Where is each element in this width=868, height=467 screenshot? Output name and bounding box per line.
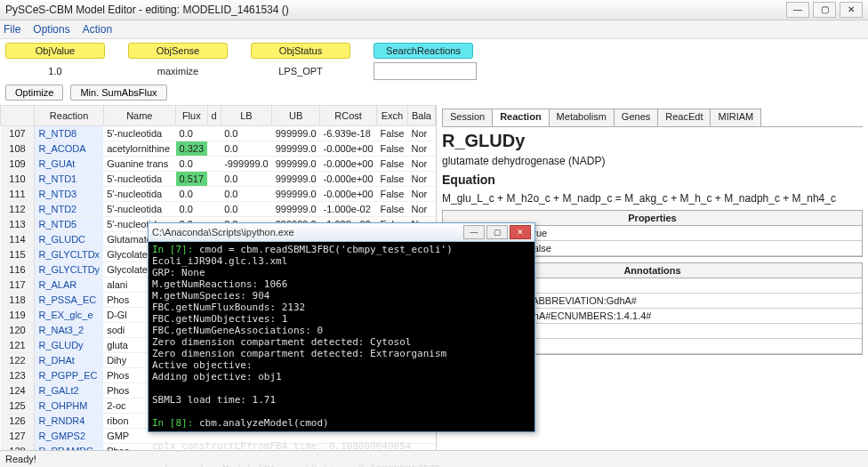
console-titlebar[interactable]: C:\Anaconda\Scripts\ipython.exe — ▢ ✕	[149, 223, 534, 242]
minimize-button[interactable]: —	[786, 2, 809, 18]
col-header[interactable]: d	[207, 106, 221, 126]
console-close-button[interactable]: ✕	[510, 225, 531, 239]
objvalue-value: 1.0	[5, 66, 105, 76]
console-minimize-button[interactable]: —	[463, 225, 485, 239]
objstatus-label: ObjStatus	[251, 43, 350, 59]
tab-miriam[interactable]: MIRIAM	[710, 109, 761, 126]
toolbar-values: 1.0 maximize LPS_OPT	[0, 62, 868, 80]
table-row[interactable]: 111R_NTD35'-nucleotida0.00.0999999.0-0.0…	[1, 187, 436, 202]
console-title: C:\Anaconda\Scripts\ipython.exe	[152, 227, 294, 238]
equation-heading: Equation	[442, 173, 863, 187]
status-text: Ready!	[5, 454, 36, 464]
col-header[interactable]: LB	[221, 106, 272, 126]
col-header[interactable]: Reaction	[35, 106, 103, 126]
menu-file[interactable]: File	[4, 23, 20, 36]
objstatus-value: LPS_OPT	[251, 66, 350, 76]
window-title: PySCeS-CBM Model Editor - editing: MODEL…	[5, 4, 289, 16]
console-maximize-button[interactable]: ▢	[486, 225, 508, 239]
button-row: Optimize Min. SumAbsFlux	[0, 80, 868, 105]
search-input[interactable]	[374, 62, 477, 80]
reaction-desc: glutamate dehydrogenase (NADP)	[442, 155, 863, 167]
tab-reaction[interactable]: Reaction	[492, 109, 549, 126]
window-titlebar: PySCeS-CBM Model Editor - editing: MODEL…	[0, 0, 868, 20]
col-header[interactable]: RCost	[320, 106, 377, 126]
menu-options[interactable]: Options	[33, 23, 69, 36]
table-row[interactable]: 112R_NTD25'-nucleotida0.00.0999999.0-1.0…	[1, 202, 436, 217]
col-header[interactable]	[1, 106, 35, 126]
objsense-value: maximize	[128, 66, 228, 76]
table-row[interactable]: 110R_NTD15'-nucleotida0.5170.0999999.0-0…	[1, 172, 436, 187]
optimize-button[interactable]: Optimize	[5, 85, 63, 101]
searchreactions-label: SearchReactions	[374, 43, 473, 59]
menu-action[interactable]: Action	[83, 23, 112, 36]
objvalue-label: ObjValue	[5, 43, 105, 59]
equation-text: M_glu_L_c + M_h2o_c + M_nadp_c = M_akg_c…	[442, 192, 863, 205]
close-button[interactable]: ✕	[840, 2, 863, 18]
col-header[interactable]: UB	[272, 106, 320, 126]
table-row[interactable]: 108R_ACODAacetylornithine0.3230.0999999.…	[1, 141, 436, 157]
toolbar-labels: ObjValue ObjSense ObjStatus SearchReacti…	[0, 39, 868, 62]
detail-tabs: SessionReactionMetabolismGenesReacEdtMIR…	[442, 109, 863, 127]
col-header[interactable]: Exch	[377, 106, 408, 126]
tab-session[interactable]: Session	[442, 109, 493, 126]
table-row[interactable]: 107R_NTD85'-nucleotida0.00.0999999.0-6.9…	[1, 126, 436, 141]
tab-metabolism[interactable]: Metabolism	[549, 109, 615, 126]
col-header[interactable]: Bala	[407, 106, 435, 126]
col-header[interactable]: Flux	[176, 106, 208, 126]
col-header[interactable]: Name	[103, 106, 175, 126]
tab-genes[interactable]: Genes	[614, 109, 658, 126]
table-row[interactable]: 109R_GUAtGuanine trans0.0-999999.0999999…	[1, 157, 436, 172]
console-window[interactable]: C:\Anaconda\Scripts\ipython.exe — ▢ ✕ In…	[148, 222, 535, 432]
console-output: In [7]: cmod = cbm.readSBML3FBC('cbmpy_t…	[149, 242, 534, 467]
reaction-id: R_GLUDy	[442, 131, 863, 151]
minsumabs-button[interactable]: Min. SumAbsFlux	[70, 85, 166, 101]
maximize-button[interactable]: ▢	[813, 2, 836, 18]
tab-reacedt[interactable]: ReacEdt	[657, 109, 711, 126]
menubar: File Options Action	[0, 20, 868, 39]
objsense-label: ObjSense	[128, 43, 228, 59]
